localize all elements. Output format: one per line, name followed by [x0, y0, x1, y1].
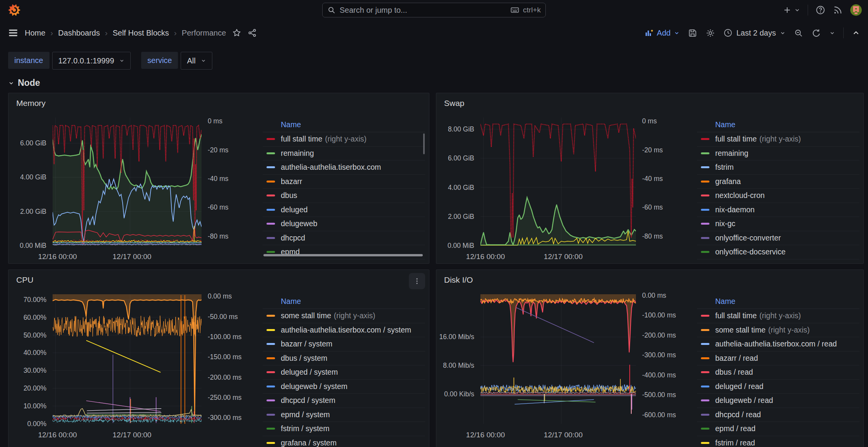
legend-row[interactable]: full stall time (right y-axis)	[697, 132, 859, 147]
panel-title[interactable]: CPU	[16, 275, 33, 285]
memory-chart[interactable]	[53, 118, 202, 246]
legend-row[interactable]: onlyoffice-converter	[697, 231, 859, 246]
series-name[interactable]: onlyoffice-docservice	[715, 247, 786, 256]
zoom-out-button[interactable]	[794, 28, 803, 38]
legend-row[interactable]: bazarr / read	[697, 351, 859, 366]
legend-row[interactable]: authelia-authelia.tiserbox.com / system	[263, 323, 425, 338]
series-name[interactable]: delugeweb	[281, 219, 317, 228]
legend-row[interactable]: some stall time (right y-axis)	[263, 309, 425, 323]
search-input[interactable]: Search or jump to... ctrl+k	[322, 3, 546, 17]
series-name[interactable]: dhcpcd / system	[281, 396, 335, 405]
save-dashboard-button[interactable]	[688, 28, 697, 38]
series-name[interactable]: remaining	[715, 149, 748, 158]
refresh-interval-chevron[interactable]	[829, 30, 835, 36]
series-name[interactable]: full stall time	[715, 135, 757, 143]
series-name[interactable]: bazarr	[281, 177, 302, 186]
grafana-logo-icon[interactable]	[8, 3, 21, 17]
row-node-toggle[interactable]: Node	[0, 70, 868, 93]
series-name[interactable]: some stall time	[715, 326, 765, 334]
time-range-picker[interactable]: Last 2 days	[723, 28, 786, 38]
series-name[interactable]: full stall time	[715, 311, 757, 320]
series-name[interactable]: nix-gc	[715, 219, 735, 228]
series-name[interactable]: dhcpcd / read	[715, 410, 761, 419]
series-name[interactable]: fstrim / read	[715, 438, 755, 447]
dashboard-settings-button[interactable]	[706, 28, 715, 38]
panel-title[interactable]: Disk I/O	[444, 275, 473, 285]
legend-row[interactable]: delugeweb / system	[263, 380, 425, 394]
legend-row[interactable]: deluged	[263, 203, 425, 217]
breadcrumb-home[interactable]: Home	[25, 29, 45, 38]
legend-row[interactable]: grafana	[697, 175, 859, 189]
series-name[interactable]: delugeweb / system	[281, 382, 347, 391]
legend-name-header[interactable]: Name	[263, 294, 425, 309]
series-name[interactable]: deluged / read	[715, 382, 764, 391]
legend-row[interactable]: nix-daemon	[697, 203, 859, 217]
legend-row[interactable]: nextcloud-cron	[697, 189, 859, 203]
legend-row[interactable]: full stall time (right y-axis)	[697, 309, 859, 323]
cpu-chart[interactable]	[53, 294, 202, 424]
series-name[interactable]: dbus	[281, 191, 297, 200]
breadcrumb-dashboards[interactable]: Dashboards	[58, 29, 100, 38]
legend-row[interactable]: delugeweb / read	[697, 394, 859, 408]
series-name[interactable]: nix-daemon	[715, 205, 755, 214]
series-name[interactable]: deluged / system	[281, 368, 338, 377]
legend-row[interactable]: dbus / read	[697, 365, 859, 380]
series-name[interactable]: bazarr / read	[715, 354, 758, 363]
panel-menu-button[interactable]	[409, 273, 425, 289]
legend-row[interactable]: dbus / system	[263, 351, 425, 366]
series-name[interactable]: bazarr / system	[281, 340, 332, 348]
refresh-button[interactable]	[812, 28, 821, 38]
legend-row[interactable]: epmd / read	[697, 422, 859, 436]
legend-row[interactable]: authelia-authelia.tiserbox.com / read	[697, 337, 859, 351]
swap-chart[interactable]	[480, 118, 636, 246]
legend-row[interactable]: dbus	[263, 189, 425, 203]
share-button[interactable]	[248, 28, 257, 38]
legend-row[interactable]: dhcpcd	[263, 231, 425, 246]
legend-row[interactable]: fstrim	[263, 259, 425, 260]
series-name[interactable]: deluged	[281, 205, 308, 214]
legend-name-header[interactable]: Name	[697, 294, 859, 309]
series-name[interactable]: delugeweb / read	[715, 396, 773, 405]
series-name[interactable]: some stall time	[281, 311, 331, 320]
legend-row[interactable]: delugeweb	[263, 217, 425, 231]
series-name[interactable]: nextcloud-cron	[715, 191, 765, 200]
legend-row[interactable]: full stall time (right y-axis)	[263, 132, 425, 147]
legend-row[interactable]: bazarr	[263, 175, 425, 189]
menu-toggle-button[interactable]	[8, 27, 19, 38]
new-button[interactable]	[783, 5, 800, 15]
panel-title[interactable]: Swap	[444, 99, 465, 108]
series-name[interactable]: grafana / system	[281, 438, 337, 447]
legend-row[interactable]: epmd / system	[263, 408, 425, 422]
legend-row[interactable]: dhcpcd / read	[697, 408, 859, 422]
add-panel-button[interactable]: Add	[644, 28, 680, 38]
legend-row[interactable]: deluged / read	[697, 380, 859, 394]
series-name[interactable]: fstrim / system	[281, 424, 330, 433]
series-name[interactable]: epmd / system	[281, 410, 330, 419]
legend-row[interactable]: postgresql	[697, 259, 859, 260]
legend-row[interactable]: remaining	[697, 147, 859, 161]
series-name[interactable]: epmd / read	[715, 424, 755, 433]
legend-name-header[interactable]: Name	[263, 118, 425, 132]
legend-horizontal-scrollbar[interactable]	[263, 254, 423, 256]
collapse-toolbar-button[interactable]	[852, 29, 860, 37]
legend-row[interactable]: fstrim	[697, 160, 859, 175]
series-name[interactable]: grafana	[715, 177, 741, 186]
series-name[interactable]: remaining	[281, 149, 314, 158]
panel-title[interactable]: Memory	[16, 99, 46, 108]
instance-variable-dropdown[interactable]: 127.0.0.1:19999	[52, 52, 131, 70]
favorite-star-button[interactable]	[232, 28, 241, 38]
series-name[interactable]: onlyoffice-converter	[715, 234, 781, 242]
user-avatar[interactable]	[850, 4, 862, 16]
legend-row[interactable]: bazarr / system	[263, 337, 425, 351]
legend-row[interactable]: some stall time (right y-axis)	[697, 323, 859, 338]
legend-row[interactable]: epmd	[263, 245, 425, 259]
service-variable-dropdown[interactable]: All	[181, 52, 212, 70]
legend-row[interactable]: nix-gc	[697, 217, 859, 231]
help-button[interactable]	[815, 5, 825, 15]
series-name[interactable]: authelia-authelia.tiserbox.com	[281, 163, 381, 172]
legend-name-header[interactable]: Name	[697, 118, 859, 132]
series-name[interactable]: authelia-authelia.tiserbox.com / system	[281, 326, 411, 334]
legend-row[interactable]: fstrim / read	[697, 436, 859, 447]
disk-io-chart[interactable]	[480, 294, 636, 424]
news-rss-button[interactable]	[833, 5, 843, 15]
